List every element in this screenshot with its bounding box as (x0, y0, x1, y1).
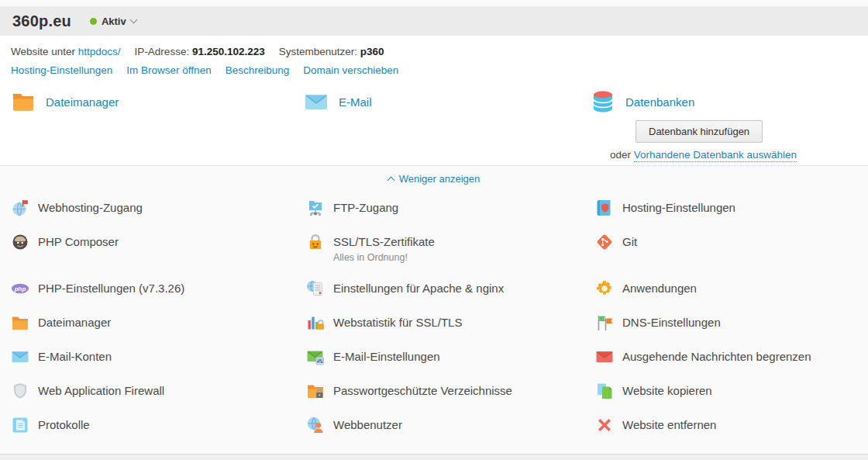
tool-label: Git (622, 233, 637, 251)
tool-label: Webstatistik für SSL/TLS (333, 313, 462, 332)
databases-link[interactable]: Datenbanken (625, 95, 694, 109)
tool-item-webstatistik[interactable]: Webstatistik für SSL/TLS (306, 306, 595, 340)
php-icon: php (11, 279, 29, 298)
quick-tool-databases: Datenbanken Datenbank hinzufügen oder Vo… (591, 89, 856, 161)
tool-label: Website entfernen (622, 416, 716, 434)
tool-item-protokolle[interactable]: Protokolle (11, 408, 306, 442)
hosting-settings-link[interactable]: Hosting-Einstellungen (11, 64, 112, 76)
globe-user-icon (306, 416, 325, 434)
httpdocs-link[interactable]: httpdocs/ (78, 46, 121, 57)
tool-label: Webhosting-Zugang (38, 199, 143, 217)
top-strip (0, 0, 868, 6)
system-user-label: Systembenutzer: (279, 46, 357, 57)
tool-item-dns-einstellungen[interactable]: DNS-Einstellungen (595, 306, 868, 340)
tool-label: Passwortgeschützte Verzeichnisse (333, 382, 512, 400)
tool-label: DNS-Einstellungen (622, 313, 721, 332)
copy-pages-icon (595, 382, 614, 400)
apache-nginx-icon (306, 279, 325, 298)
outgoing-mail-icon (595, 348, 614, 366)
tool-label: Anwendungen (622, 279, 697, 298)
tool-item-ssl-tls-zertifikate[interactable]: SSL/TLS-Zertifikate Alles in Ordnung! (306, 225, 595, 272)
git-icon (595, 233, 614, 251)
tool-label: SSL/TLS-Zertifikate (333, 233, 435, 251)
log-file-icon (11, 416, 29, 434)
tool-item-email-konten[interactable]: E-Mail-Konten (11, 340, 306, 374)
domain-action-links: Hosting-Einstellungen Im Browser öffnen … (11, 64, 856, 76)
tool-item-webhosting-zugang[interactable]: Webhosting-Zugang (11, 191, 306, 225)
folder-icon (11, 313, 29, 332)
red-cross-icon (595, 416, 614, 434)
tool-item-hosting-einstellungen[interactable]: Hosting-Einstellungen (595, 191, 868, 225)
tool-item-ausgehende-nachrichten[interactable]: Ausgehende Nachrichten begrenzen (595, 340, 868, 374)
file-manager-link[interactable]: Dateimanager (46, 95, 119, 109)
tool-item-web-application-firewall[interactable]: Web Application Firewall (11, 374, 306, 408)
tool-item-website-entfernen[interactable]: Website entfernen (595, 408, 868, 442)
tool-label: Web Application Firewall (38, 382, 164, 400)
tool-item-apache-nginx[interactable]: Einstellungen für Apache & nginx (306, 272, 595, 306)
show-less-toggle[interactable]: Weniger anzeigen (0, 173, 868, 185)
chevron-up-icon (387, 176, 394, 184)
tool-label: E-Mail-Einstellungen (333, 348, 440, 366)
tool-item-website-kopieren[interactable]: Website kopieren (595, 374, 868, 408)
tool-item-dateimanager[interactable]: Dateimanager (11, 306, 306, 340)
tool-item-webbenutzer[interactable]: Webbenutzer (306, 408, 595, 442)
select-existing-database-line: oder Vorhandene Datenbank auswählen (610, 149, 856, 161)
dns-flags-icon (595, 313, 614, 332)
quick-tools-row: Dateimanager E-Mail Datenbanken Datenban… (11, 89, 856, 161)
tool-label: FTP-Zugang (333, 199, 398, 217)
tool-item-git[interactable]: Git (595, 225, 868, 272)
ip-address-info: IP-Adresse: 91.250.102.223 (135, 46, 265, 57)
file-manager-head: Dateimanager (11, 89, 304, 114)
system-user-info: Systembenutzer: p360 (279, 46, 384, 57)
tool-item-ftp-zugang[interactable]: FTP-Zugang (306, 191, 595, 225)
domain-summary-section: Website unter httpdocs/ IP-Adresse: 91.2… (0, 36, 868, 165)
add-database-button[interactable]: Datenbank hinzufügen (636, 120, 763, 143)
tool-label: Ausgehende Nachrichten begrenzen (622, 348, 811, 366)
ip-label: IP-Adresse: (135, 46, 190, 57)
or-label: oder (610, 149, 631, 161)
quick-tool-file-manager: Dateimanager (11, 89, 304, 114)
globe-flag-icon (11, 199, 29, 217)
databases-head: Datenbanken (591, 89, 856, 114)
tool-item-anwendungen[interactable]: Anwendungen (595, 272, 868, 306)
description-link[interactable]: Beschreibung (226, 64, 290, 76)
quick-tool-mail: E-Mail (304, 89, 591, 114)
tool-item-php-composer[interactable]: PHP Composer (11, 225, 306, 272)
select-existing-database-link[interactable]: Vorhandene Datenbank auswählen (634, 149, 797, 162)
ftp-folder-icon (306, 199, 325, 217)
status-active-dot (90, 18, 97, 25)
folder-icon (11, 89, 36, 114)
tool-status-text: Alles in Ordnung! (333, 251, 435, 264)
svg-text:php: php (14, 285, 26, 292)
mail-settings-icon (306, 348, 325, 366)
status-dropdown[interactable]: Aktiv (90, 16, 136, 27)
tool-label: Einstellungen für Apache & nginx (333, 279, 504, 298)
move-domain-link[interactable]: Domain verschieben (303, 64, 398, 76)
tool-label-group: SSL/TLS-Zertifikate Alles in Ordnung! (333, 233, 435, 264)
composer-icon (11, 233, 29, 251)
mail-link[interactable]: E-Mail (339, 95, 372, 109)
tool-item-php-einstellungen[interactable]: php PHP-Einstellungen (v7.3.26) (11, 272, 306, 306)
mail-icon (11, 348, 29, 366)
domain-header: 360p.eu Aktiv (0, 6, 868, 36)
status-label: Aktiv (102, 16, 126, 27)
database-icon (591, 89, 615, 114)
webstats-lock-icon (306, 313, 325, 332)
open-in-browser-link[interactable]: Im Browser öffnen (126, 64, 211, 76)
tool-label: Dateimanager (38, 313, 111, 332)
tool-item-email-einstellungen[interactable]: E-Mail-Einstellungen (306, 340, 595, 374)
tools-grid: Webhosting-Zugang FTP-Zugang Hosting-Ein… (0, 191, 868, 442)
show-less-label: Weniger anzeigen (399, 173, 480, 185)
website-root-label: Website unter (11, 46, 75, 57)
shield-icon (11, 382, 29, 400)
gear-icon (595, 279, 614, 298)
system-user-value: p360 (360, 46, 384, 57)
tool-item-passwortgeschuetzte-verzeichnisse[interactable]: Passwortgeschützte Verzeichnisse (306, 374, 595, 408)
tool-label: PHP Composer (38, 233, 119, 251)
ip-value: 91.250.102.223 (192, 46, 265, 57)
website-root-info: Website unter httpdocs/ (11, 46, 121, 57)
domain-info-line: Website unter httpdocs/ IP-Adresse: 91.2… (11, 46, 856, 57)
tool-label: Webbenutzer (333, 416, 402, 434)
folder-lock-icon (306, 382, 325, 400)
tools-panel: Weniger anzeigen Webhosting-Zugang FTP-Z… (0, 165, 868, 455)
